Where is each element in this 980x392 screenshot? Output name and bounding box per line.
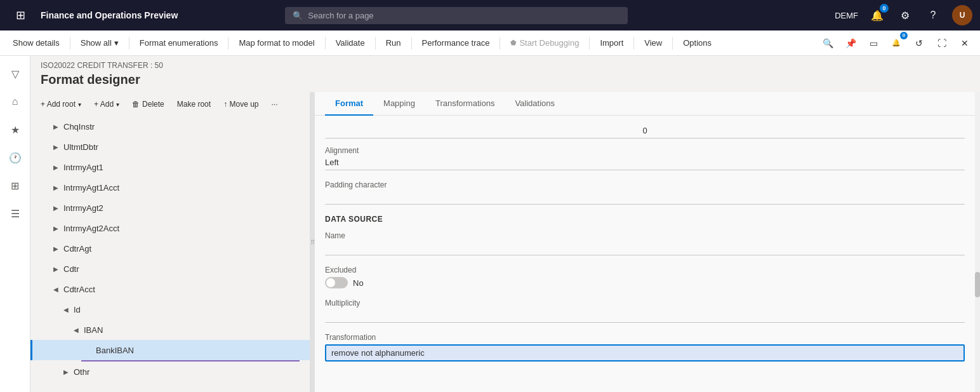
performance-trace-button[interactable]: Performance trace <box>414 30 498 55</box>
filter-icon[interactable]: ▽ <box>3 61 28 86</box>
add-chevron: ▾ <box>116 101 119 108</box>
map-format-to-model-button[interactable]: Map format to model <box>231 30 322 55</box>
expand-icon: ◀ <box>61 304 71 314</box>
add-root-button[interactable]: + Add root ▾ <box>36 97 86 111</box>
tab-mapping-label: Mapping <box>383 98 415 108</box>
excluded-toggle[interactable] <box>325 277 348 288</box>
start-debugging-button[interactable]: ⬟ Start Debugging <box>503 30 586 55</box>
search-bar[interactable]: 🔍 Search for a page <box>285 7 628 24</box>
show-all-button[interactable]: Show all ▾ <box>73 30 126 55</box>
pin-btn[interactable]: 📌 <box>840 33 861 53</box>
tab-validations-label: Validations <box>515 98 555 108</box>
tab-format-label: Format <box>335 98 363 108</box>
tree-item-CdtrAgt[interactable]: ▶ CdtrAgt <box>30 238 310 259</box>
toolbar-divider-3 <box>228 37 228 50</box>
expand-icon: ▶ <box>51 162 61 172</box>
tab-mapping[interactable]: Mapping <box>373 92 425 116</box>
tree-item-Tp[interactable]: ▶ Tp <box>30 382 310 387</box>
excluded-toggle-wrapper: No <box>325 277 965 288</box>
settings-btn[interactable]: ⚙ <box>896 6 914 24</box>
chevron-down-icon: ▾ <box>114 38 119 48</box>
tree-item-label: CdtrAcct <box>63 285 310 294</box>
delete-button[interactable]: 🗑 Delete <box>127 97 169 111</box>
expand-icon: ▶ <box>51 203 61 213</box>
refresh-btn[interactable]: ↺ <box>909 33 929 53</box>
expand-icon: ◀ <box>51 284 61 294</box>
validate-button[interactable]: Validate <box>328 30 373 55</box>
tab-validations[interactable]: Validations <box>505 92 565 116</box>
options-button[interactable]: Options <box>675 30 719 55</box>
toolbar-divider-2 <box>129 37 129 50</box>
list-icon[interactable]: ☰ <box>3 201 28 226</box>
search-toolbar-btn[interactable]: 🔍 <box>818 33 838 53</box>
settings-icon: ⚙ <box>901 10 910 22</box>
tree-item-label: IBAN <box>84 325 310 335</box>
help-icon: ? <box>930 10 936 21</box>
tab-format[interactable]: Format <box>325 92 373 116</box>
close-btn[interactable]: ✕ <box>955 33 975 53</box>
tree-item-CdtrAcct[interactable]: ◀ CdtrAcct <box>30 279 310 299</box>
make-root-button[interactable]: Make root <box>172 97 216 111</box>
grid-icon[interactable]: ⊞ <box>3 173 28 198</box>
tree-item-IntrmyAgt1Acct[interactable]: ▶ IntrmyAgt1Acct <box>30 177 310 198</box>
more-label: ··· <box>271 100 277 109</box>
notification-btn[interactable]: 🔔 0 <box>868 6 886 24</box>
app-title: Finance and Operations Preview <box>41 10 178 20</box>
tree-item-label: Id <box>74 305 310 314</box>
format-enumerations-button[interactable]: Format enumerations <box>132 30 226 55</box>
tree-panel: + Add root ▾ + Add ▾ 🗑 Delete Make root <box>30 92 310 392</box>
start-debugging-label: Start Debugging <box>519 38 579 48</box>
show-details-button[interactable]: Show details <box>5 30 67 55</box>
add-root-label: + Add root <box>41 100 76 109</box>
debug-icon: ⬟ <box>510 39 517 47</box>
tree-item-IntrmyAgt2Acct[interactable]: ▶ IntrmyAgt2Acct <box>30 218 310 238</box>
tree-item-Cdtr[interactable]: ▶ Cdtr <box>30 259 310 279</box>
add-root-chevron: ▾ <box>78 101 81 108</box>
help-btn[interactable]: ? <box>924 6 942 24</box>
make-root-label: Make root <box>177 100 211 109</box>
waffle-icon[interactable]: ⊞ <box>8 3 33 28</box>
tree-item-Id[interactable]: ◀ Id <box>30 299 310 320</box>
panel-btn[interactable]: ▭ <box>863 33 884 53</box>
add-label: + Add <box>94 100 114 109</box>
alignment-label: Alignment <box>325 146 965 155</box>
avatar[interactable]: U <box>952 5 972 25</box>
toolbar-divider-4 <box>325 37 326 50</box>
add-button[interactable]: + Add ▾ <box>89 97 124 111</box>
tree-item-ChqInstr[interactable]: ▶ ChqInstr <box>30 116 310 137</box>
tree-item-IntrmyAgt1[interactable]: ▶ IntrmyAgt1 <box>30 157 310 177</box>
tree-item-label: BankIBAN <box>96 346 310 355</box>
tree-item-Othr[interactable]: ▶ Othr <box>30 362 310 382</box>
toolbar-divider-1 <box>70 37 70 50</box>
toolbar: Show details Show all ▾ Format enumerati… <box>0 30 980 56</box>
expand-icon: ▶ <box>51 182 61 193</box>
tree-item-BankIBAN[interactable]: BankIBAN <box>30 340 310 360</box>
star-icon[interactable]: ★ <box>3 117 28 142</box>
notification-count-btn[interactable]: 🔔 0 <box>886 33 906 53</box>
right-scrollbar[interactable] <box>975 92 980 392</box>
clock-icon[interactable]: 🕐 <box>3 145 28 170</box>
name-label: Name <box>325 231 965 240</box>
tree-item-label: CdtrAgt <box>63 244 310 253</box>
more-button[interactable]: ··· <box>266 97 282 111</box>
tree-item-UltmtDbtr[interactable]: ▶ UltmtDbtr <box>30 137 310 157</box>
scrollbar-thumb[interactable] <box>975 272 980 297</box>
transformation-input[interactable] <box>325 344 965 362</box>
name-value <box>325 243 965 255</box>
run-button[interactable]: Run <box>378 30 409 55</box>
tab-transformations[interactable]: Transformations <box>425 92 505 116</box>
designer-area: + Add root ▾ + Add ▾ 🗑 Delete Make root <box>30 92 980 392</box>
tree-item-IBAN[interactable]: ◀ IBAN <box>30 320 310 340</box>
import-button[interactable]: Import <box>592 30 631 55</box>
move-up-button[interactable]: ↑ Move up <box>218 97 263 111</box>
nav-right: DEMF 🔔 0 ⚙ ? U <box>835 5 972 25</box>
toolbar-badge: 0 <box>900 32 908 39</box>
expand-btn[interactable]: ⛶ <box>932 33 952 53</box>
expand-icon: ▶ <box>51 121 61 132</box>
tree-item-IntrmyAgt2[interactable]: ▶ IntrmyAgt2 <box>30 198 310 218</box>
view-button[interactable]: View <box>637 30 670 55</box>
padding-character-group: Padding character <box>325 180 965 205</box>
panel-splitter[interactable]: ⠿ <box>310 92 315 392</box>
home-icon[interactable]: ⌂ <box>3 89 28 114</box>
delete-icon: 🗑 <box>132 100 140 109</box>
